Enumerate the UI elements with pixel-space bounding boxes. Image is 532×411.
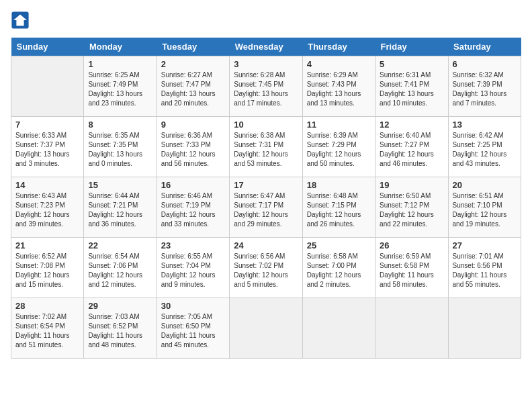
day-info: Sunrise: 6:51 AM Sunset: 7:10 PM Dayligh… bbox=[453, 191, 517, 229]
calendar-cell: 17Sunrise: 6:47 AM Sunset: 7:17 PM Dayli… bbox=[230, 177, 302, 238]
calendar-cell: 30Sunrise: 7:05 AM Sunset: 6:50 PM Dayli… bbox=[157, 298, 229, 359]
calendar-cell: 10Sunrise: 6:38 AM Sunset: 7:31 PM Dayli… bbox=[230, 117, 302, 177]
weekday-header-tuesday: Tuesday bbox=[157, 38, 229, 56]
day-info: Sunrise: 6:31 AM Sunset: 7:41 PM Dayligh… bbox=[380, 71, 443, 108]
day-number: 5 bbox=[380, 59, 443, 69]
calendar-week-row: 7Sunrise: 6:33 AM Sunset: 7:37 PM Daylig… bbox=[11, 117, 521, 177]
day-number: 14 bbox=[15, 180, 79, 190]
logo-icon bbox=[11, 11, 30, 30]
calendar-cell: 25Sunrise: 6:58 AM Sunset: 7:00 PM Dayli… bbox=[302, 238, 375, 298]
day-number: 23 bbox=[161, 240, 225, 250]
day-info: Sunrise: 6:38 AM Sunset: 7:31 PM Dayligh… bbox=[234, 131, 298, 169]
day-number: 10 bbox=[234, 120, 298, 130]
day-info: Sunrise: 6:55 AM Sunset: 7:04 PM Dayligh… bbox=[161, 252, 225, 289]
day-info: Sunrise: 6:33 AM Sunset: 7:37 PM Dayligh… bbox=[15, 131, 79, 169]
day-number: 24 bbox=[234, 240, 298, 250]
day-number: 30 bbox=[161, 301, 225, 311]
calendar-cell: 28Sunrise: 7:02 AM Sunset: 6:54 PM Dayli… bbox=[11, 298, 84, 359]
day-info: Sunrise: 7:02 AM Sunset: 6:54 PM Dayligh… bbox=[15, 312, 79, 350]
day-number: 7 bbox=[15, 120, 79, 130]
day-number: 16 bbox=[161, 180, 225, 190]
day-number: 25 bbox=[307, 240, 371, 250]
calendar-cell: 12Sunrise: 6:40 AM Sunset: 7:27 PM Dayli… bbox=[375, 117, 448, 177]
calendar-week-row: 28Sunrise: 7:02 AM Sunset: 6:54 PM Dayli… bbox=[11, 298, 521, 359]
day-number: 22 bbox=[88, 240, 152, 250]
calendar-cell: 6Sunrise: 6:32 AM Sunset: 7:39 PM Daylig… bbox=[448, 56, 521, 117]
day-number: 18 bbox=[307, 180, 371, 190]
day-info: Sunrise: 6:58 AM Sunset: 7:00 PM Dayligh… bbox=[307, 252, 371, 289]
weekday-header-thursday: Thursday bbox=[302, 38, 375, 56]
day-number: 19 bbox=[380, 180, 443, 190]
day-info: Sunrise: 7:01 AM Sunset: 6:56 PM Dayligh… bbox=[453, 252, 517, 289]
calendar-cell: 9Sunrise: 6:36 AM Sunset: 7:33 PM Daylig… bbox=[157, 117, 229, 177]
calendar-cell: 21Sunrise: 6:52 AM Sunset: 7:08 PM Dayli… bbox=[11, 238, 84, 298]
weekday-header-wednesday: Wednesday bbox=[230, 38, 302, 56]
day-info: Sunrise: 6:28 AM Sunset: 7:45 PM Dayligh… bbox=[234, 71, 298, 108]
day-info: Sunrise: 6:54 AM Sunset: 7:06 PM Dayligh… bbox=[88, 252, 152, 289]
day-info: Sunrise: 6:32 AM Sunset: 7:39 PM Dayligh… bbox=[453, 71, 517, 108]
calendar-cell: 27Sunrise: 7:01 AM Sunset: 6:56 PM Dayli… bbox=[448, 238, 521, 298]
calendar-header-row: SundayMondayTuesdayWednesdayThursdayFrid… bbox=[11, 38, 521, 56]
weekday-header-saturday: Saturday bbox=[448, 38, 521, 56]
calendar-cell: 20Sunrise: 6:51 AM Sunset: 7:10 PM Dayli… bbox=[448, 177, 521, 238]
day-number: 9 bbox=[161, 120, 225, 130]
calendar-cell: 7Sunrise: 6:33 AM Sunset: 7:37 PM Daylig… bbox=[11, 117, 84, 177]
day-info: Sunrise: 6:46 AM Sunset: 7:19 PM Dayligh… bbox=[161, 191, 225, 229]
calendar-cell bbox=[230, 298, 302, 359]
day-number: 8 bbox=[88, 120, 152, 130]
calendar-cell: 24Sunrise: 6:56 AM Sunset: 7:02 PM Dayli… bbox=[230, 238, 302, 298]
calendar-week-row: 14Sunrise: 6:43 AM Sunset: 7:23 PM Dayli… bbox=[11, 177, 521, 238]
weekday-header-monday: Monday bbox=[84, 38, 157, 56]
weekday-header-sunday: Sunday bbox=[11, 38, 84, 56]
day-info: Sunrise: 6:39 AM Sunset: 7:29 PM Dayligh… bbox=[307, 131, 371, 169]
calendar-cell: 26Sunrise: 6:59 AM Sunset: 6:58 PM Dayli… bbox=[375, 238, 448, 298]
day-number: 11 bbox=[307, 120, 371, 130]
calendar-cell: 15Sunrise: 6:44 AM Sunset: 7:21 PM Dayli… bbox=[84, 177, 157, 238]
day-info: Sunrise: 6:29 AM Sunset: 7:43 PM Dayligh… bbox=[307, 71, 371, 108]
calendar-cell bbox=[302, 298, 375, 359]
day-info: Sunrise: 6:27 AM Sunset: 7:47 PM Dayligh… bbox=[161, 71, 225, 108]
calendar-cell: 22Sunrise: 6:54 AM Sunset: 7:06 PM Dayli… bbox=[84, 238, 157, 298]
day-number: 6 bbox=[453, 59, 517, 69]
day-info: Sunrise: 6:43 AM Sunset: 7:23 PM Dayligh… bbox=[15, 191, 79, 229]
calendar-cell: 29Sunrise: 7:03 AM Sunset: 6:52 PM Dayli… bbox=[84, 298, 157, 359]
calendar-cell: 16Sunrise: 6:46 AM Sunset: 7:19 PM Dayli… bbox=[157, 177, 229, 238]
calendar-cell: 3Sunrise: 6:28 AM Sunset: 7:45 PM Daylig… bbox=[230, 56, 302, 117]
calendar-week-row: 21Sunrise: 6:52 AM Sunset: 7:08 PM Dayli… bbox=[11, 238, 521, 298]
day-number: 27 bbox=[453, 240, 517, 250]
day-info: Sunrise: 6:42 AM Sunset: 7:25 PM Dayligh… bbox=[453, 131, 517, 169]
calendar-cell: 23Sunrise: 6:55 AM Sunset: 7:04 PM Dayli… bbox=[157, 238, 229, 298]
day-info: Sunrise: 6:36 AM Sunset: 7:33 PM Dayligh… bbox=[161, 131, 225, 169]
calendar-cell bbox=[375, 298, 448, 359]
day-number: 15 bbox=[88, 180, 152, 190]
day-number: 26 bbox=[380, 240, 443, 250]
day-number: 17 bbox=[234, 180, 298, 190]
logo bbox=[11, 11, 32, 30]
day-info: Sunrise: 6:50 AM Sunset: 7:12 PM Dayligh… bbox=[380, 191, 443, 229]
day-number: 21 bbox=[15, 240, 79, 250]
day-number: 3 bbox=[234, 59, 298, 69]
day-info: Sunrise: 6:35 AM Sunset: 7:35 PM Dayligh… bbox=[88, 131, 152, 169]
day-number: 12 bbox=[380, 120, 443, 130]
day-info: Sunrise: 6:48 AM Sunset: 7:15 PM Dayligh… bbox=[307, 191, 371, 229]
day-info: Sunrise: 6:56 AM Sunset: 7:02 PM Dayligh… bbox=[234, 252, 298, 289]
day-number: 4 bbox=[307, 59, 371, 69]
day-number: 20 bbox=[453, 180, 517, 190]
weekday-header-friday: Friday bbox=[375, 38, 448, 56]
calendar-cell: 8Sunrise: 6:35 AM Sunset: 7:35 PM Daylig… bbox=[84, 117, 157, 177]
calendar-cell: 5Sunrise: 6:31 AM Sunset: 7:41 PM Daylig… bbox=[375, 56, 448, 117]
day-info: Sunrise: 7:05 AM Sunset: 6:50 PM Dayligh… bbox=[161, 312, 225, 350]
day-info: Sunrise: 6:25 AM Sunset: 7:49 PM Dayligh… bbox=[88, 71, 152, 108]
page-header bbox=[11, 11, 521, 30]
calendar-cell: 14Sunrise: 6:43 AM Sunset: 7:23 PM Dayli… bbox=[11, 177, 84, 238]
day-info: Sunrise: 7:03 AM Sunset: 6:52 PM Dayligh… bbox=[88, 312, 152, 350]
calendar-cell: 19Sunrise: 6:50 AM Sunset: 7:12 PM Dayli… bbox=[375, 177, 448, 238]
day-number: 1 bbox=[88, 59, 152, 69]
day-number: 29 bbox=[88, 301, 152, 311]
day-info: Sunrise: 6:52 AM Sunset: 7:08 PM Dayligh… bbox=[15, 252, 79, 289]
calendar-cell: 18Sunrise: 6:48 AM Sunset: 7:15 PM Dayli… bbox=[302, 177, 375, 238]
day-info: Sunrise: 6:44 AM Sunset: 7:21 PM Dayligh… bbox=[88, 191, 152, 229]
calendar-cell: 1Sunrise: 6:25 AM Sunset: 7:49 PM Daylig… bbox=[84, 56, 157, 117]
day-number: 2 bbox=[161, 59, 225, 69]
calendar-cell: 11Sunrise: 6:39 AM Sunset: 7:29 PM Dayli… bbox=[302, 117, 375, 177]
